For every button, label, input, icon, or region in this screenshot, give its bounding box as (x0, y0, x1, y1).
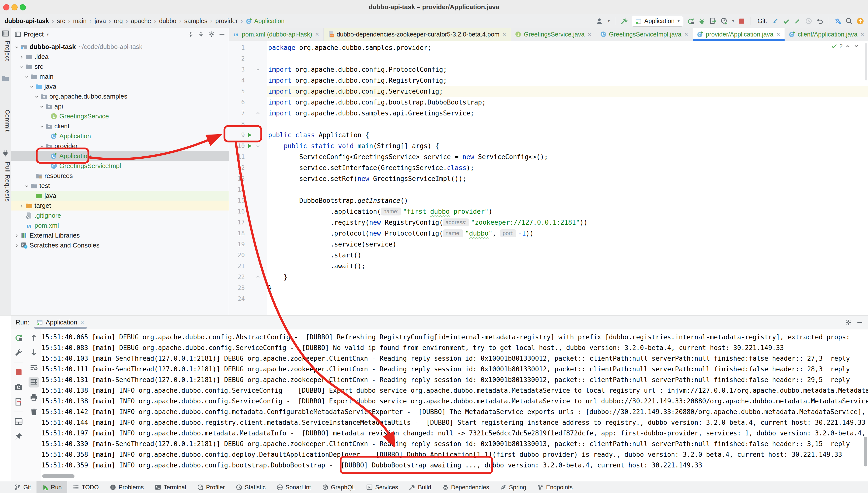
soft-wrap-icon[interactable] (28, 362, 39, 372)
editor-scrollbar[interactable] (865, 43, 867, 81)
commit-icon[interactable] (783, 17, 790, 25)
editor-tab[interactable]: Cprovider/Application.java× (693, 28, 785, 41)
tool-window-button-endpoints[interactable]: Endpoints (532, 481, 578, 493)
breadcrumb-segment[interactable]: samples (184, 17, 207, 25)
tree-item[interactable]: IGreetingsService (11, 111, 229, 121)
tree-open-chevron-icon[interactable] (34, 93, 40, 99)
stop-icon[interactable] (738, 17, 745, 25)
tree-closed-chevron-icon[interactable] (14, 233, 21, 238)
run-line-icon[interactable] (245, 143, 254, 149)
tree-item[interactable]: target (11, 200, 229, 211)
stripe-label-project[interactable]: Project (0, 41, 11, 61)
tree-item[interactable]: main (11, 71, 229, 81)
project-tool-icon[interactable] (2, 30, 9, 37)
tab-close-icon[interactable]: × (860, 31, 865, 38)
tree-item[interactable]: .gitignore (11, 211, 229, 220)
tool-window-button-build[interactable]: Build (403, 481, 437, 493)
tree-item[interactable]: External Libraries (11, 230, 229, 240)
layout-icon[interactable] (14, 416, 24, 427)
tree-item[interactable]: resources (11, 171, 229, 181)
tool-window-button-todo[interactable]: TODO (67, 481, 104, 493)
tab-close-icon[interactable]: × (587, 31, 592, 38)
editor-tab[interactable]: CGreetingsServiceImpl.java× (596, 28, 693, 41)
console-vertical-scrollbar[interactable] (864, 437, 867, 467)
tree-item[interactable]: java (11, 191, 229, 200)
trash-icon[interactable] (28, 407, 39, 417)
stripe-label-commit[interactable]: Commit (0, 110, 11, 132)
profiler-icon[interactable] (721, 17, 728, 25)
editor-code[interactable]: package org.apache.dubbo.samples.provide… (268, 42, 868, 315)
tab-close-icon[interactable]: × (776, 31, 781, 38)
fold-marker-icon[interactable] (254, 111, 262, 115)
tree-item[interactable]: test (11, 181, 229, 191)
wrench-icon[interactable] (14, 347, 24, 358)
tool-window-button-git[interactable]: Git (9, 481, 37, 493)
code-editor[interactable]: 123456789101112131415161718192021222324 … (229, 41, 868, 315)
ide-update-icon[interactable] (856, 17, 864, 25)
down-icon[interactable] (28, 347, 39, 358)
tree-item[interactable]: org.apache.dubbo.samples (11, 91, 229, 101)
tool-window-button-graphql[interactable]: GraphQL (317, 481, 361, 493)
breadcrumb-segment[interactable]: main (73, 17, 87, 25)
tool-window-button-dependencies[interactable]: Dependencies (437, 481, 494, 493)
breadcrumb-active-class[interactable]: Application (254, 17, 284, 25)
push-icon[interactable] (794, 17, 801, 25)
tree-item[interactable]: src (11, 62, 229, 71)
run-panel-hide-icon[interactable] (856, 319, 863, 326)
run-tab-close-icon[interactable]: × (80, 319, 84, 326)
tree-open-chevron-icon[interactable] (19, 64, 26, 69)
tool-window-button-statistic[interactable]: Statistic (230, 481, 271, 493)
fold-marker-icon[interactable] (254, 67, 262, 72)
tool-window-button-sonarlint[interactable]: SonarLint (271, 481, 317, 493)
tool-window-button-terminal[interactable]: Terminal (149, 481, 192, 493)
project-panel-title[interactable]: Project (24, 30, 44, 38)
tree-item[interactable]: Scratches and Consoles (11, 240, 229, 250)
scroll-to-end-icon[interactable] (28, 377, 39, 387)
next-problem-icon[interactable] (853, 43, 860, 49)
run-button-icon[interactable] (687, 17, 695, 25)
tree-item[interactable]: java (11, 81, 229, 91)
tree-open-chevron-icon[interactable] (29, 84, 36, 89)
project-tree[interactable]: dubbo-api-task~/code/dubbo-api-task.idea… (11, 42, 229, 315)
tree-open-chevron-icon[interactable] (39, 143, 45, 149)
run-line-icon[interactable] (245, 132, 254, 138)
tree-item[interactable]: api (11, 101, 229, 111)
hide-panel-icon[interactable] (219, 31, 225, 38)
search-everywhere-icon[interactable] (845, 17, 853, 25)
tree-open-chevron-icon[interactable] (39, 123, 45, 129)
editor-tab[interactable]: mpom.xml (dubbo-api-task)× (229, 28, 324, 41)
tree-item[interactable]: .idea (11, 51, 229, 62)
tree-item[interactable]: dubbo-api-task~/code/dubbo-api-task (11, 42, 229, 51)
breadcrumb-segment[interactable]: org (114, 17, 123, 25)
editor-tab[interactable]: IGreetingsService.java× (511, 28, 596, 41)
tab-close-icon[interactable]: × (502, 31, 507, 38)
rollback-icon[interactable] (816, 17, 824, 25)
debug-icon[interactable] (698, 17, 706, 25)
tree-item[interactable]: provider (11, 141, 229, 151)
stop-icon[interactable] (14, 367, 24, 377)
tree-closed-chevron-icon[interactable] (14, 242, 21, 248)
tab-close-icon[interactable]: × (684, 31, 689, 38)
tree-open-chevron-icon[interactable] (39, 104, 45, 109)
build-project-icon[interactable] (620, 17, 628, 25)
tree-item[interactable]: CApplication (11, 151, 229, 161)
panel-settings-gear-icon[interactable] (208, 31, 215, 38)
tree-open-chevron-icon[interactable] (24, 183, 30, 188)
project-view-caret-icon[interactable]: ▾ (47, 32, 49, 37)
tool-window-button-services[interactable]: Services (361, 481, 403, 493)
collapse-all-icon[interactable] (198, 31, 204, 38)
tree-open-chevron-icon[interactable] (14, 44, 21, 49)
pull-requests-tool-icon[interactable] (2, 149, 9, 157)
fold-marker-icon[interactable] (254, 144, 262, 148)
run-console-output[interactable]: 15:51:40.065 [main] DEBUG org.apache.dub… (41, 332, 868, 481)
tab-close-icon[interactable]: × (315, 31, 319, 38)
tool-window-button-run[interactable]: Run (37, 481, 67, 493)
inspections-widget[interactable]: 2 (831, 43, 860, 50)
run-config-select[interactable]: Application ▾ (632, 16, 683, 26)
tree-closed-chevron-icon[interactable] (19, 54, 26, 59)
editor-tab[interactable]: Cclient/Application.java× (785, 28, 868, 41)
breadcrumb-segment[interactable]: dubbo-api-task (4, 17, 49, 25)
run-panel-gear-icon[interactable] (845, 319, 852, 326)
run-tab[interactable]: Application × (33, 316, 88, 329)
up-icon[interactable] (28, 333, 39, 343)
